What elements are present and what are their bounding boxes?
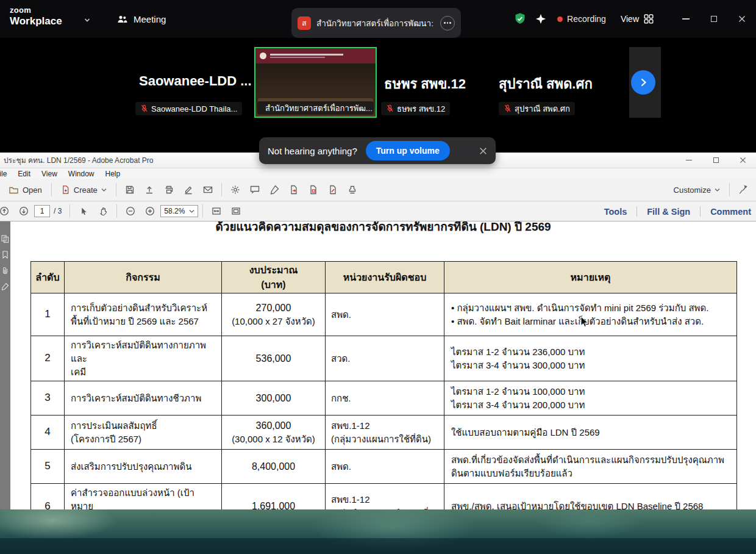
- open-button[interactable]: Open: [4, 182, 47, 197]
- tab-shared-screen[interactable]: ส สำนักวิทยาศาสตร์เพื่อการพัฒนา:: [291, 8, 461, 38]
- table-cell: 8,400,000: [222, 450, 326, 484]
- meeting-tab-label: Meeting: [134, 14, 166, 24]
- email-icon[interactable]: [199, 182, 217, 198]
- table-cell: ส่งเสริมการปรับปรุงคุณภาพดิน: [65, 450, 222, 484]
- toast-close-icon[interactable]: [479, 147, 487, 155]
- folder-open-icon: [9, 185, 19, 195]
- participants-icon: [117, 15, 127, 24]
- zoom-in-icon[interactable]: [141, 203, 159, 220]
- menu-file[interactable]: File: [0, 170, 12, 178]
- table-cell: สพด.ที่เกี่ยวข้องจัดส่งพื้นที่ดำเนินการแ…: [444, 450, 737, 484]
- audio-toast: Not hearing anything? Turn up volume: [259, 137, 496, 164]
- tab-tools[interactable]: Tools: [594, 207, 637, 217]
- table-row: 1การเก็บตัวอย่างดินสำหรับวิเคราะห์พื้นที…: [31, 293, 737, 336]
- fit-page-icon[interactable]: [227, 203, 245, 220]
- header-budget: งบประมาณ (บาท): [222, 262, 326, 293]
- page-thumbnails-icon[interactable]: [1, 235, 9, 243]
- previous-page-icon[interactable]: [0, 203, 13, 220]
- table-cell: ไตรมาส 1-2 จำนวน 236,000 บาทไตรมาส 3-4 จ…: [444, 336, 737, 381]
- zoom-titlebar: zoom Workplace Meeting ส สำนักวิทยาศาสตร…: [0, 0, 756, 38]
- active-video-name-pill: สำนักวิทยาศาสตร์เพื่อการพัฒ...: [257, 101, 374, 115]
- recording-label: Recording: [567, 14, 606, 24]
- zoom-maximize-button[interactable]: [700, 0, 728, 38]
- export-pdf-icon[interactable]: [285, 182, 303, 198]
- menu-window[interactable]: Window: [63, 170, 100, 178]
- create-button[interactable]: Create: [56, 182, 112, 197]
- menu-edit[interactable]: Edit: [12, 170, 36, 178]
- view-button-label[interactable]: View: [621, 14, 639, 24]
- tab-comment[interactable]: Comment: [701, 207, 756, 217]
- page-number-input[interactable]: [34, 205, 50, 217]
- mic-muted-icon: [504, 104, 512, 113]
- create-form-red-icon[interactable]: [304, 182, 323, 198]
- security-shield-icon[interactable]: [513, 12, 527, 26]
- customize-button[interactable]: Customize: [669, 183, 725, 197]
- next-participants-button[interactable]: [631, 70, 655, 95]
- share-upload-icon[interactable]: [140, 182, 159, 198]
- acrobat-minimize-button[interactable]: [676, 153, 702, 168]
- send-sign-red-icon[interactable]: [324, 182, 342, 198]
- zoom-level-select[interactable]: 58.2%: [160, 205, 198, 217]
- mic-muted-icon: [386, 104, 394, 113]
- acrobat-window-title: ประชุม คทน. LDN 1/2569 - Adobe Acrobat P…: [0, 154, 153, 166]
- screen: zoom Workplace Meeting ส สำนักวิทยาศาสตร…: [0, 0, 756, 554]
- room-logo: [260, 52, 266, 59]
- comment-bubble-icon[interactable]: [246, 182, 264, 198]
- signature-pen-icon[interactable]: [265, 182, 284, 198]
- table-cell: 1: [31, 293, 65, 336]
- table-cell: ใช้แบบสอบถามตามคู่มือ LDN ปี 2569: [444, 416, 737, 450]
- topbar-right-controls: Recording View: [513, 0, 756, 38]
- settings-gear-icon[interactable]: [226, 182, 244, 198]
- gallery-view-icon[interactable]: [644, 14, 654, 24]
- table-cell: ค่าสำรวจออกแบบล่วงหน้า (เป้าหมายปี 2570 …: [65, 484, 222, 509]
- edit-sign-icon[interactable]: [179, 182, 198, 198]
- attachments-icon[interactable]: [1, 267, 9, 275]
- save-icon[interactable]: [121, 182, 139, 198]
- drawing-markup-icon[interactable]: [734, 182, 752, 198]
- video-filmstrip: Saowanee-LDD ... ธษพร สพข.12 สุปราณี สพด…: [0, 38, 756, 125]
- acrobat-right-panel-tabs: Tools Fill & Sign Comment: [594, 201, 756, 221]
- bookmarks-icon[interactable]: [1, 251, 9, 259]
- table-cell: 300,000: [222, 381, 326, 416]
- print-icon[interactable]: [160, 182, 178, 198]
- acrobat-close-button[interactable]: [729, 153, 756, 168]
- participant-pill-right: สุปราณี สพด.ศก: [499, 102, 575, 115]
- zoom-workplace-logo: zoom Workplace: [10, 5, 62, 27]
- menu-view[interactable]: View: [36, 170, 63, 178]
- tab-meeting[interactable]: Meeting: [117, 10, 166, 28]
- next-page-icon[interactable]: [15, 203, 33, 220]
- table-cell: ไตรมาส 1-2 จำนวน 100,000 บาทไตรมาส 3-4 จ…: [444, 381, 737, 416]
- menu-help[interactable]: Help: [100, 170, 126, 178]
- stamp-icon[interactable]: [343, 182, 362, 198]
- table-row: 6ค่าสำรวจออกแบบล่วงหน้า (เป้าหมายปี 2570…: [31, 484, 737, 509]
- zoom-close-button[interactable]: [728, 0, 756, 38]
- chevron-down-icon[interactable]: [83, 16, 91, 24]
- participant-name-left: Saowanee-LDD ...: [139, 73, 252, 89]
- table-cell: 2: [31, 336, 65, 381]
- zoom-out-icon[interactable]: [121, 203, 140, 220]
- acrobat-restore-button[interactable]: [702, 153, 729, 168]
- chevron-right-icon: [638, 77, 648, 87]
- acrobat-nav-toolbar: / 3 58.2% Tools Fill & Sign Comment: [0, 201, 756, 221]
- fit-width-icon[interactable]: [207, 203, 226, 220]
- turn-up-volume-button[interactable]: Turn up volume: [366, 141, 450, 160]
- budget-table: ลำดับ กิจกรรม งบประมาณ (บาท) หน่วยงานรับ…: [30, 261, 737, 509]
- table-cell: สพด.: [326, 450, 444, 484]
- more-options-icon[interactable]: [440, 16, 455, 31]
- chevron-down-icon: [715, 188, 720, 192]
- select-tool-icon[interactable]: [74, 203, 93, 220]
- ai-companion-icon[interactable]: [535, 13, 546, 24]
- chevron-down-icon: [101, 188, 107, 192]
- active-speaker-video[interactable]: สำนักวิทยาศาสตร์เพื่อการพัฒ...: [254, 47, 377, 118]
- signatures-pane-icon[interactable]: [1, 282, 9, 290]
- hand-tool-icon[interactable]: [94, 203, 112, 220]
- workplace-logo-text: Workplace: [10, 15, 62, 27]
- page-count-label: / 3: [54, 207, 62, 215]
- table-cell: สพด.: [326, 293, 444, 336]
- table-cell: กกช.: [326, 381, 444, 416]
- zoom-logo-text: zoom: [10, 5, 62, 15]
- zoom-minimize-button[interactable]: [672, 0, 700, 38]
- table-cell: การเก็บตัวอย่างดินสำหรับวิเคราะห์พื้นที่…: [65, 293, 222, 336]
- tab-fill-sign[interactable]: Fill & Sign: [637, 207, 700, 217]
- table-cell: 6: [31, 484, 65, 509]
